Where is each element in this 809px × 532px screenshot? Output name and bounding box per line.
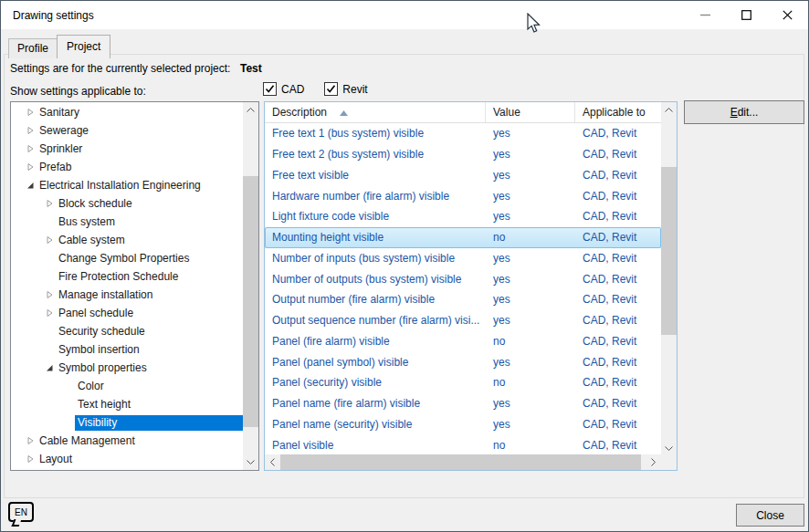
tree-item-label: Text height (75, 397, 133, 412)
tree-item-label: Cable Management (37, 433, 138, 449)
table-row[interactable]: Free text visibleyesCAD, Revit (265, 165, 661, 186)
table-horizontal-scrollbar[interactable] (265, 454, 661, 470)
table-row[interactable]: Panel name (fire alarm) visibleyesCAD, R… (265, 393, 661, 414)
tree-item[interactable]: Sprinkler (11, 140, 243, 158)
table-row[interactable]: Output sequence number (fire alarm) visi… (265, 310, 661, 331)
tree-vertical-scrollbar[interactable] (243, 102, 258, 470)
scroll-up-arrow[interactable] (661, 102, 677, 118)
expand-chevron-icon[interactable] (24, 161, 37, 173)
tree-item[interactable]: Text height (11, 395, 243, 413)
tree-item[interactable]: Fire Protection Schedule (11, 267, 243, 286)
scroll-up-arrow[interactable] (243, 102, 258, 118)
language-indicator[interactable]: EN (8, 502, 34, 526)
cad-checkbox[interactable]: CAD (263, 82, 304, 96)
expand-chevron-icon[interactable] (24, 434, 37, 447)
table-vertical-scrollbar[interactable] (661, 102, 677, 456)
tree-item[interactable]: Symbol insertion (11, 340, 243, 359)
expand-chevron-icon[interactable] (43, 197, 56, 210)
tree-item[interactable]: Cable Management (11, 432, 243, 450)
table-row[interactable]: Panel visiblenoCAD, Revit (265, 434, 661, 455)
cad-checkbox-box[interactable] (263, 82, 277, 96)
revit-checkbox[interactable]: Revit (324, 82, 367, 96)
twisty-spacer (43, 325, 56, 338)
revit-checkbox-box[interactable] (324, 82, 338, 96)
tree-item-label: Visibility (75, 415, 243, 431)
table-cell: no (486, 231, 575, 244)
table-cell: CAD, Revit (575, 210, 661, 223)
tree-item[interactable]: Manage installation (11, 286, 243, 304)
table-row[interactable]: Output number (fire alarm) visibleyesCAD… (265, 289, 661, 310)
edit-button[interactable]: Edit... (684, 100, 804, 124)
tree-item[interactable]: Visibility (11, 413, 243, 432)
tab-profile[interactable]: Profile (8, 38, 58, 58)
collapse-chevron-icon[interactable] (43, 361, 56, 374)
scroll-right-arrow[interactable] (646, 454, 661, 470)
tree-item[interactable]: Prefab (11, 158, 243, 176)
table-row[interactable]: Mounting height visiblenoCAD, Revit (265, 227, 661, 248)
maximize-button[interactable] (726, 1, 767, 29)
tree-item[interactable]: Sanitary (11, 103, 243, 121)
table-row[interactable]: Panel (panel symbol) visibleyesCAD, Revi… (265, 351, 661, 372)
tree-item[interactable]: Bus system (11, 213, 243, 231)
tree-item-label: Security schedule (56, 324, 148, 339)
tree-item[interactable]: Layout (11, 450, 243, 468)
scroll-down-arrow[interactable] (243, 454, 258, 470)
table-row[interactable]: Panel name (security) visibleyesCAD, Rev… (265, 414, 661, 435)
titlebar[interactable]: Drawing settings (1, 1, 808, 29)
scroll-thumb[interactable] (243, 176, 258, 427)
tree-item-label: Sanitary (37, 105, 82, 120)
table-row[interactable]: Number of inputs (bus system) visibleyes… (265, 248, 661, 269)
table-cell: yes (486, 127, 575, 140)
close-button[interactable]: Close (736, 504, 804, 527)
table-cell: Free text visible (265, 169, 486, 182)
scroll-thumb[interactable] (661, 167, 677, 335)
table-row[interactable]: Hardware number (fire alarm) visibleyesC… (265, 185, 661, 206)
check-icon (326, 84, 336, 94)
scroll-thumb[interactable] (280, 454, 641, 470)
tree-item[interactable]: Cable system (11, 231, 243, 249)
tree-item[interactable]: Security schedule (11, 322, 243, 340)
expand-chevron-icon[interactable] (24, 106, 37, 119)
expand-chevron-icon[interactable] (43, 307, 56, 319)
close-icon (783, 10, 793, 20)
table-row[interactable]: Light fixture code visibleyesCAD, Revit (265, 206, 661, 227)
expand-chevron-icon[interactable] (24, 453, 37, 465)
collapse-chevron-icon[interactable] (24, 179, 37, 192)
tree-item[interactable]: Color (11, 377, 243, 395)
column-header-description[interactable]: Description (265, 102, 486, 122)
tree-item-label: Cable system (56, 233, 128, 248)
filter-label: Show settings applicable to: (10, 85, 146, 98)
tree-item[interactable]: Sewerage (11, 121, 243, 140)
drawing-settings-dialog: Drawing settings Profile Project Setting… (0, 0, 809, 532)
expand-chevron-icon[interactable] (43, 288, 56, 301)
table-row[interactable]: Free text 2 (bus system) visibleyesCAD, … (265, 144, 661, 165)
tree-item[interactable]: Electrical Installation Engineering (11, 176, 243, 194)
tree-item-label: Symbol properties (56, 360, 150, 376)
column-header-applicable-to[interactable]: Applicable to (575, 102, 661, 122)
table-cell: CAD, Revit (575, 252, 661, 265)
close-window-button[interactable] (767, 1, 808, 29)
expand-chevron-icon[interactable] (43, 234, 56, 246)
twisty-spacer (43, 270, 56, 283)
minimize-button[interactable] (685, 1, 726, 29)
table-cell: yes (486, 293, 575, 306)
table-cell: CAD, Revit (575, 418, 661, 431)
tree-item[interactable]: Symbol properties (11, 359, 243, 377)
column-header-value[interactable]: Value (486, 102, 575, 122)
table-row[interactable]: Free text 1 (bus system) visibleyesCAD, … (265, 123, 661, 144)
table-cell: Panel (security) visible (265, 376, 486, 389)
table-row[interactable]: Panel (fire alarm) visiblenoCAD, Revit (265, 331, 661, 352)
table-row[interactable]: Number of outputs (bus system) visibleye… (265, 268, 661, 289)
tree-item[interactable]: Change Symbol Properties (11, 249, 243, 267)
expand-chevron-icon[interactable] (24, 124, 37, 137)
tree-item-label: Electrical Installation Engineering (37, 178, 204, 193)
expand-chevron-icon[interactable] (24, 142, 37, 155)
tree-item[interactable]: Block schedule (11, 194, 243, 213)
table-cell: yes (486, 397, 575, 410)
table-cell: Panel (fire alarm) visible (265, 335, 486, 348)
tree-item[interactable]: Panel schedule (11, 304, 243, 322)
project-name: Test (240, 62, 262, 75)
scroll-left-arrow[interactable] (265, 454, 280, 470)
tab-project[interactable]: Project (57, 35, 110, 58)
table-row[interactable]: Panel (security) visiblenoCAD, Revit (265, 372, 661, 393)
